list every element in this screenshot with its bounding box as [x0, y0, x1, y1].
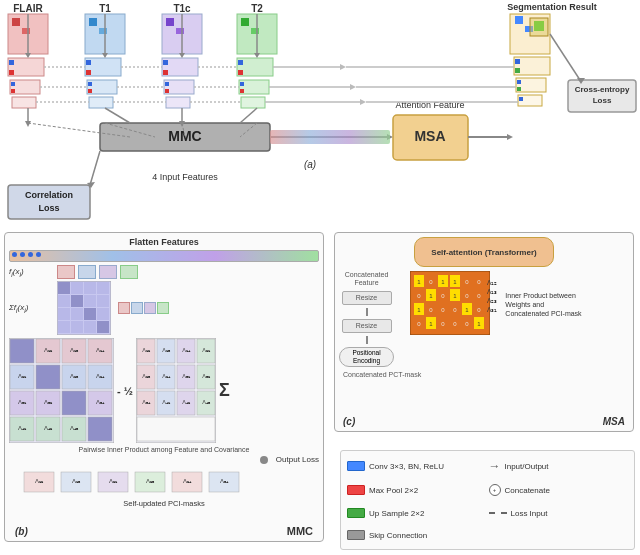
svg-rect-18 — [86, 60, 91, 65]
svg-rect-15 — [85, 58, 121, 76]
io-label: Input/Output — [505, 462, 549, 471]
svg-rect-77 — [515, 16, 523, 24]
svg-marker-68 — [387, 134, 393, 140]
svg-rect-119 — [84, 282, 96, 294]
concat-pct-label: Concatenated PCT-mask — [343, 371, 629, 378]
svg-marker-110 — [254, 53, 260, 58]
svg-rect-132 — [97, 321, 109, 333]
svg-text:Λ₂₃: Λ₂₃ — [142, 373, 151, 379]
svg-text:Λ₄₂: Λ₄₂ — [182, 399, 191, 405]
svg-rect-7 — [9, 60, 14, 65]
svg-marker-62 — [25, 121, 31, 127]
svg-text:Λ₁₂: Λ₁₂ — [35, 478, 44, 484]
svg-text:Attention Feature: Attention Feature — [395, 100, 464, 110]
loss-input-label: Loss Input — [511, 509, 548, 518]
svg-text:Loss: Loss — [593, 96, 612, 105]
svg-text:Λ₄₃: Λ₄₃ — [70, 425, 79, 431]
svg-rect-30 — [163, 70, 168, 75]
svg-rect-4 — [8, 58, 44, 76]
svg-marker-58 — [360, 99, 366, 105]
svg-rect-83 — [518, 95, 542, 106]
svg-marker-106 — [102, 53, 108, 58]
svg-rect-5 — [10, 80, 40, 94]
svg-text:Λ₁₂: Λ₁₂ — [142, 347, 151, 353]
svg-text:Λ₄₂: Λ₄₂ — [44, 425, 53, 431]
svg-text:MSA: MSA — [414, 128, 445, 144]
svg-rect-82 — [516, 78, 546, 92]
lambda-matrix-svg: Λ₁₂ Λ₁₃ Λ₁₄ Λ₂₁ Λ₂₃ Λ₂₄ Λ₃₁ Λ₃₂ — [9, 338, 114, 443]
svg-rect-1 — [8, 14, 48, 54]
sum-fi-row: Σfi(xi) — [9, 281, 319, 335]
svg-text:T1: T1 — [99, 3, 111, 14]
svg-line-115 — [240, 123, 257, 137]
arrow-icon: → — [489, 460, 501, 472]
lambda-off-diag-svg: Λ₁₂ Λ₁₃ Λ₁₄ Λ₂₁ Λ₂₃ Λ₂₄ Λ₃₁ Λ₃₂ Λ₃₄ — [136, 338, 216, 443]
svg-rect-128 — [97, 308, 109, 320]
mmc-section-label: MMC — [287, 525, 313, 537]
inner-product-label: Inner Product between Weights and Concat… — [505, 291, 585, 318]
svg-rect-161 — [88, 417, 112, 441]
svg-text:Cross-entropy: Cross-entropy — [575, 85, 630, 94]
legend-conv: Conv 3×3, BN, ReLU — [347, 455, 487, 477]
svg-rect-37 — [237, 58, 273, 76]
svg-text:Λ₂₄: Λ₂₄ — [96, 373, 105, 379]
svg-text:Λ₃₁: Λ₃₁ — [182, 373, 191, 379]
svg-line-66 — [240, 108, 257, 123]
svg-rect-0 — [0, 0, 640, 240]
svg-rect-126 — [71, 308, 83, 320]
svg-text:Λ₂₃: Λ₂₃ — [70, 373, 79, 379]
svg-rect-10 — [11, 89, 15, 93]
sigma-symbol: Σ — [219, 380, 230, 401]
minus-half: - ½ — [117, 385, 133, 397]
svg-rect-87 — [517, 87, 521, 91]
svg-rect-134 — [10, 339, 34, 363]
output-loss-label: Output Loss — [276, 455, 319, 464]
fi-row: fi(xi) — [9, 265, 319, 279]
svg-rect-35 — [241, 18, 249, 26]
svg-rect-129 — [58, 321, 70, 333]
feature-block-t2 — [120, 265, 138, 279]
self-attention-box: Self-attention (Transformer) — [414, 237, 554, 267]
svg-text:Λ₁₄: Λ₁₄ — [96, 347, 105, 353]
feature-block-t1c — [99, 265, 117, 279]
svg-text:Λ₁₃: Λ₁₃ — [72, 478, 81, 484]
svg-rect-29 — [163, 60, 168, 65]
output-loss-row: Output Loss — [9, 455, 319, 464]
pci-label: Self-updated PCI-masks — [9, 499, 319, 508]
svg-rect-130 — [71, 321, 83, 333]
svg-rect-27 — [164, 80, 194, 94]
svg-rect-2 — [12, 18, 20, 26]
svg-marker-104 — [25, 53, 31, 58]
svg-rect-28 — [166, 97, 190, 108]
svg-rect-43 — [240, 89, 244, 93]
svg-rect-124 — [97, 295, 109, 307]
flair-label: FLAIR — [13, 3, 43, 14]
svg-rect-187 — [137, 417, 215, 441]
svg-line-113 — [105, 123, 155, 137]
svg-marker-108 — [179, 53, 185, 58]
svg-rect-17 — [89, 97, 113, 108]
positional-encoding-box: PositionalEncoding — [339, 347, 394, 367]
svg-rect-88 — [519, 97, 523, 101]
svg-text:Λ₁₃: Λ₁₃ — [162, 347, 171, 353]
legend-maxpool: Max Pool 2×2 — [347, 479, 487, 501]
legend-concat: + Concatenate — [489, 479, 629, 501]
svg-rect-41 — [238, 70, 243, 75]
legend-upsample: Up Sample 2×2 — [347, 503, 487, 523]
svg-rect-117 — [58, 282, 70, 294]
svg-text:T1c: T1c — [173, 3, 191, 14]
svg-text:Λ₃₂: Λ₃₂ — [202, 373, 211, 379]
svg-rect-20 — [88, 82, 92, 86]
svg-marker-101 — [87, 182, 95, 188]
part-c-label: (c) — [343, 416, 355, 427]
svg-marker-96 — [577, 78, 585, 84]
msa-lambda-labels: Λ₁₂Λ₁₃Λ₂₃Λ₃₁ — [487, 278, 497, 314]
pairwise-label: Pairwise Inner Product among Feature and… — [9, 446, 319, 453]
svg-rect-25 — [176, 28, 184, 34]
svg-rect-8 — [9, 70, 14, 75]
svg-rect-39 — [241, 97, 265, 108]
msa-grid-area: 1 0 1 1 0 0 0 1 0 1 0 — [402, 271, 497, 314]
svg-text:Λ₄₁: Λ₄₁ — [162, 399, 171, 405]
svg-rect-81 — [514, 57, 550, 75]
svg-rect-32 — [165, 89, 169, 93]
